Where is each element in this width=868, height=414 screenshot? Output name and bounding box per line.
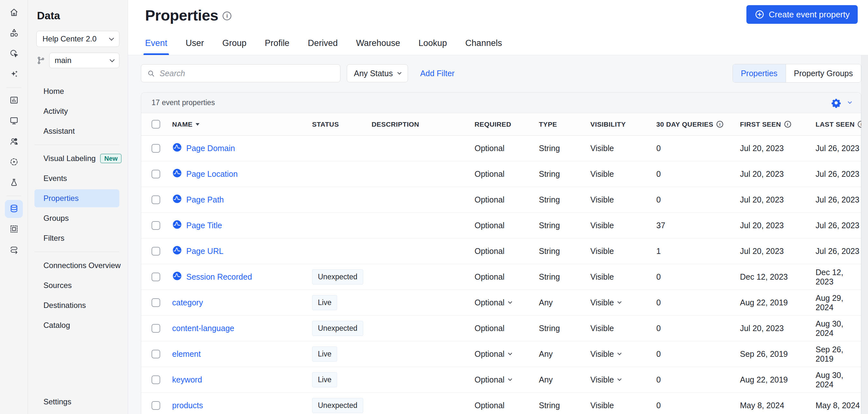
rail-monitor-icon[interactable] [5, 112, 23, 130]
tab-channels[interactable]: Channels [465, 38, 502, 55]
column-header-30-day-queries[interactable]: 30 DAY QUERIESi [656, 120, 740, 128]
status-filter-dropdown[interactable]: Any Status [347, 64, 408, 82]
property-link[interactable]: products [172, 401, 203, 410]
column-header-description[interactable]: DESCRIPTION [372, 120, 474, 128]
row-checkbox[interactable] [152, 298, 160, 307]
sidebar-item-events[interactable]: Events [34, 169, 119, 187]
property-link[interactable]: Page Domain [186, 144, 235, 153]
rail-route-icon[interactable] [5, 241, 23, 259]
row-checkbox[interactable] [152, 324, 160, 333]
cell-visibility[interactable]: Visible [590, 349, 656, 359]
column-header-first-seen[interactable]: FIRST SEENi [740, 120, 815, 128]
column-label: STATUS [312, 120, 339, 128]
sidebar-item-connections-overview[interactable]: Connections Overview [34, 256, 119, 275]
create-event-property-button[interactable]: Create event property [746, 5, 858, 24]
search-box[interactable] [141, 64, 340, 82]
required-value: Optional [474, 195, 504, 204]
cell-required[interactable]: Optional [474, 298, 539, 307]
row-checkbox[interactable] [152, 375, 160, 384]
create-button-label: Create event property [769, 10, 850, 20]
monitor-icon [9, 116, 19, 127]
sidebar-item-destinations[interactable]: Destinations [34, 296, 119, 314]
sidebar-item-filters[interactable]: Filters [34, 229, 119, 247]
table-toolbar: 17 event properties [141, 93, 861, 113]
column-header-name[interactable]: NAME [172, 120, 312, 128]
cell-required[interactable]: Optional [474, 349, 539, 359]
rail-replay-icon[interactable] [5, 153, 23, 171]
row-checkbox[interactable] [152, 144, 160, 153]
row-checkbox[interactable] [152, 273, 160, 281]
property-link[interactable]: Page Title [186, 221, 222, 230]
tab-warehouse[interactable]: Warehouse [356, 38, 400, 55]
row-checkbox[interactable] [152, 247, 160, 255]
rail-shapes-icon[interactable] [5, 25, 23, 42]
column-header-last-seen[interactable]: LAST SEENi [815, 120, 864, 128]
property-link[interactable]: Page Location [186, 169, 238, 179]
scrollbar[interactable] [861, 55, 868, 414]
row-checkbox[interactable] [152, 196, 160, 204]
info-icon[interactable]: i [784, 121, 791, 128]
row-checkbox[interactable] [152, 170, 160, 178]
info-icon[interactable]: i [716, 121, 723, 128]
cell-status: Live [312, 295, 372, 310]
info-icon[interactable]: i [223, 11, 231, 20]
cell-visibility[interactable]: Visible [590, 375, 656, 384]
rail-flask-icon[interactable] [5, 174, 23, 192]
select-all-checkbox[interactable] [152, 120, 160, 129]
column-header-type[interactable]: TYPE [539, 120, 590, 128]
sidebar-item-label: Activity [43, 107, 68, 116]
column-header-required[interactable]: REQUIRED [474, 120, 539, 128]
column-header-visibility[interactable]: VISIBILITY [590, 120, 656, 128]
property-link[interactable]: Page URL [186, 246, 223, 256]
project-selector[interactable]: Help Center 2.0 [36, 31, 119, 47]
row-checkbox[interactable] [152, 221, 160, 230]
sidebar-item-sources[interactable]: Sources [34, 276, 119, 295]
sidebar-title: Data [37, 10, 128, 22]
cell-first-seen: Dec 12, 2023 [740, 272, 815, 282]
add-filter-link[interactable]: Add Filter [420, 69, 455, 78]
sidebar-item-activity[interactable]: Activity [34, 102, 119, 120]
tab-user[interactable]: User [186, 38, 204, 55]
rail-home-icon[interactable] [5, 4, 23, 22]
cell-required[interactable]: Optional [474, 375, 539, 384]
property-link[interactable]: keyword [172, 375, 202, 384]
rail-chart-icon[interactable] [5, 92, 23, 110]
rail-users-icon[interactable] [5, 133, 23, 151]
sidebar-item-groups[interactable]: Groups [34, 209, 119, 227]
chevron-down-icon[interactable] [848, 100, 852, 104]
toggle-properties[interactable]: Properties [733, 64, 786, 82]
branch-selector[interactable]: main [49, 53, 119, 68]
rail-sparkles-icon[interactable] [5, 66, 23, 83]
sidebar-item-visual-labeling[interactable]: Visual LabelingNew [34, 149, 119, 168]
sidebar-item-properties[interactable]: Properties [34, 189, 119, 207]
tab-lookup[interactable]: Lookup [418, 38, 447, 55]
row-checkbox[interactable] [152, 350, 160, 358]
cell-type: String [539, 221, 590, 230]
tab-profile[interactable]: Profile [265, 38, 289, 55]
sidebar-item-assistant[interactable]: Assistant [34, 122, 119, 140]
rail-database-icon[interactable] [5, 200, 23, 218]
row-checkbox[interactable] [152, 401, 160, 410]
tab-event[interactable]: Event [145, 38, 167, 55]
sidebar-item-catalog[interactable]: Catalog [34, 316, 119, 334]
sidebar-item-label: Home [43, 87, 64, 96]
cell-visibility[interactable]: Visible [590, 298, 656, 307]
tab-group[interactable]: Group [222, 38, 246, 55]
rail-pointer-click-icon[interactable] [5, 45, 23, 63]
property-link[interactable]: Page Path [186, 195, 224, 204]
gear-icon[interactable] [831, 98, 841, 108]
chevron-down-icon [397, 70, 402, 75]
property-link[interactable]: content-language [172, 324, 234, 333]
sidebar-item-settings[interactable]: Settings [34, 393, 119, 411]
tab-derived[interactable]: Derived [308, 38, 338, 55]
rail-chip-icon[interactable] [5, 220, 23, 239]
column-header-status[interactable]: STATUS [312, 120, 372, 128]
property-link[interactable]: Session Recorded [186, 272, 252, 282]
toggle-property-groups[interactable]: Property Groups [786, 64, 861, 82]
cell-name: Page URL [172, 245, 312, 257]
search-input[interactable] [160, 69, 335, 78]
cell-status: Unexpected [312, 269, 372, 284]
property-link[interactable]: element [172, 349, 201, 359]
property-link[interactable]: category [172, 298, 203, 307]
sidebar-item-home[interactable]: Home [34, 82, 119, 100]
